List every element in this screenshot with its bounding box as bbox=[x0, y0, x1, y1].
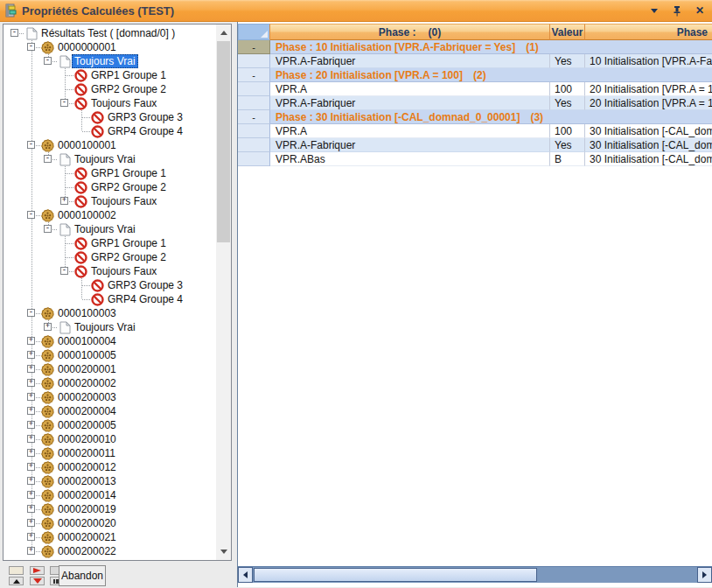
tree-item[interactable]: +0000200022 bbox=[7, 544, 216, 558]
expander-minus-icon[interactable]: - bbox=[44, 57, 52, 65]
tree-item[interactable]: -0000100002 bbox=[7, 208, 216, 222]
tree-item[interactable]: GRP2 Groupe 2 bbox=[7, 180, 216, 194]
tree-item[interactable]: GRP4 Groupe 4 bbox=[7, 292, 216, 306]
tree-item[interactable]: -0000000001 bbox=[7, 40, 216, 54]
tree-item[interactable]: -Résultats Test ( [domnad/0] ) bbox=[7, 26, 216, 40]
grid-data-row[interactable]: VPR.A-FabriquerYes30 Initialisation [-CA… bbox=[238, 138, 712, 152]
row-indicator-cell[interactable] bbox=[238, 152, 270, 166]
column-header-phase0[interactable]: Phase : (0) bbox=[270, 24, 550, 40]
expander-plus-icon[interactable]: + bbox=[27, 449, 35, 457]
expander-minus-icon[interactable]: - bbox=[27, 43, 35, 51]
row-indicator-cell[interactable] bbox=[238, 124, 270, 138]
tree-item[interactable]: GRP2 Groupe 2 bbox=[7, 82, 216, 96]
grid-data-row[interactable]: VPR.A10020 Initialisation [VPR.A = 100] bbox=[238, 82, 712, 96]
expander-plus-icon[interactable]: + bbox=[27, 337, 35, 345]
abandon-button[interactable]: Abandon bbox=[59, 565, 106, 586]
row-indicator-cell[interactable] bbox=[238, 138, 270, 152]
tree-item[interactable]: +0000200010 bbox=[7, 432, 216, 446]
tree-item[interactable]: +0000200019 bbox=[7, 502, 216, 516]
tree-item[interactable]: +0000200012 bbox=[7, 460, 216, 474]
tree-item[interactable]: +0000200004 bbox=[7, 404, 216, 418]
expander-minus-icon[interactable]: - bbox=[60, 99, 68, 107]
expander-plus-icon[interactable]: + bbox=[27, 519, 35, 527]
tree-item[interactable]: GRP1 Groupe 1 bbox=[7, 68, 216, 82]
expander-minus-icon[interactable]: - bbox=[27, 141, 35, 149]
row-indicator-cell[interactable] bbox=[238, 96, 270, 110]
expander-plus-icon[interactable]: + bbox=[44, 323, 52, 331]
grid-group-row[interactable]: -Phase : 20 Initialisation [VPR.A = 100]… bbox=[238, 68, 712, 82]
scrollbar-thumb[interactable] bbox=[217, 41, 230, 242]
expander-plus-icon[interactable]: + bbox=[27, 393, 35, 401]
tree-item[interactable]: -Toujours Vrai bbox=[7, 152, 216, 166]
beige-swatch-button[interactable] bbox=[9, 566, 24, 575]
expander-plus-icon[interactable]: + bbox=[27, 505, 35, 513]
tree-item[interactable]: +0000200021 bbox=[7, 530, 216, 544]
grid-horizontal-scrollbar[interactable] bbox=[238, 566, 712, 583]
expander-plus-icon[interactable]: + bbox=[27, 477, 35, 485]
tree-item[interactable]: +0000200002 bbox=[7, 376, 216, 390]
row-indicator-cell[interactable]: - bbox=[238, 68, 270, 82]
tree-item[interactable]: GRP1 Groupe 1 bbox=[7, 236, 216, 250]
tree-item[interactable]: GRP2 Groupe 2 bbox=[7, 250, 216, 264]
scroll-up-button[interactable] bbox=[216, 25, 231, 40]
tree-item[interactable]: -0000100003 bbox=[7, 306, 216, 320]
grid-group-row[interactable]: -Phase : 30 Initialisation [-CAL_domnad_… bbox=[238, 110, 712, 124]
up-button[interactable] bbox=[9, 577, 24, 585]
expander-plus-icon[interactable]: + bbox=[27, 379, 35, 387]
tree-item[interactable]: +0000100004 bbox=[7, 334, 216, 348]
column-header-valeur[interactable]: Valeur bbox=[550, 24, 585, 40]
tree-item[interactable]: +0000200003 bbox=[7, 390, 216, 404]
pin-button[interactable] bbox=[670, 4, 684, 18]
grid-group-row[interactable]: -Phase : 10 Initialisation [VPR.A-Fabriq… bbox=[238, 40, 712, 54]
expander-minus-icon[interactable]: - bbox=[60, 267, 68, 275]
expander-minus-icon[interactable]: - bbox=[27, 211, 35, 219]
expander-plus-icon[interactable]: + bbox=[27, 365, 35, 373]
tree-item[interactable]: -Toujours Vrai bbox=[7, 54, 216, 68]
expander-plus-icon[interactable]: + bbox=[27, 463, 35, 471]
expander-minus-icon[interactable]: - bbox=[44, 155, 52, 163]
grid-data-row[interactable]: VPR.A10030 Initialisation [-CAL_domnad bbox=[238, 124, 712, 138]
tree-item[interactable]: -Toujours Vrai bbox=[7, 222, 216, 236]
grid-data-row[interactable]: VPR.A-FabriquerYes10 Initialisation [VPR… bbox=[238, 54, 712, 68]
tree-item[interactable]: +0000200020 bbox=[7, 516, 216, 530]
grid-data-row[interactable]: VPR.ABasB30 Initialisation [-CAL_domnad bbox=[238, 152, 712, 166]
row-indicator-cell[interactable]: - bbox=[238, 110, 270, 124]
tree-item[interactable]: -Toujours Faux bbox=[7, 96, 216, 110]
tree-item[interactable]: GRP1 Groupe 1 bbox=[7, 166, 216, 180]
expander-plus-icon[interactable]: + bbox=[27, 435, 35, 443]
tree-item[interactable]: +0000200001 bbox=[7, 362, 216, 376]
expander-plus-icon[interactable]: + bbox=[60, 197, 68, 205]
down-button[interactable] bbox=[30, 577, 45, 585]
expander-plus-icon[interactable]: + bbox=[27, 421, 35, 429]
tree-item[interactable]: GRP4 Groupe 4 bbox=[7, 124, 216, 138]
tree-item[interactable]: +0000100005 bbox=[7, 348, 216, 362]
expander-minus-icon[interactable]: - bbox=[10, 29, 18, 37]
tree-item[interactable]: +0000200014 bbox=[7, 488, 216, 502]
expander-minus-icon[interactable]: - bbox=[27, 309, 35, 317]
flag-button[interactable] bbox=[30, 566, 45, 575]
tree-item[interactable]: GRP3 Groupe 3 bbox=[7, 278, 216, 292]
close-button[interactable]: ✕ bbox=[693, 4, 707, 18]
tree-item[interactable]: GRP3 Groupe 3 bbox=[7, 110, 216, 124]
scrollbar-thumb[interactable] bbox=[254, 568, 537, 582]
select-all-corner[interactable] bbox=[238, 24, 270, 40]
tree-item[interactable]: +0000200013 bbox=[7, 474, 216, 488]
grid-data-row[interactable]: VPR.A-FabriquerYes20 Initialisation [VPR… bbox=[238, 96, 712, 110]
tree-item[interactable]: -Toujours Faux bbox=[7, 264, 216, 278]
row-indicator-cell[interactable]: - bbox=[238, 40, 270, 54]
window-menu-button[interactable] bbox=[647, 4, 661, 18]
tree-item[interactable]: -0000100001 bbox=[7, 138, 216, 152]
expander-plus-icon[interactable]: + bbox=[27, 491, 35, 499]
expander-minus-icon[interactable]: - bbox=[44, 225, 52, 233]
scroll-left-button[interactable] bbox=[238, 567, 253, 583]
tree-item[interactable]: +0000200005 bbox=[7, 418, 216, 432]
tree-item[interactable]: +0000200011 bbox=[7, 446, 216, 460]
tree-item[interactable]: +Toujours Faux bbox=[7, 194, 216, 208]
expander-plus-icon[interactable]: + bbox=[27, 407, 35, 415]
column-header-phase[interactable]: Phase bbox=[585, 24, 712, 40]
expander-plus-icon[interactable]: + bbox=[27, 547, 35, 555]
tree-item[interactable]: +Toujours Vrai bbox=[7, 320, 216, 334]
expander-plus-icon[interactable]: + bbox=[27, 533, 35, 541]
row-indicator-cell[interactable] bbox=[238, 54, 270, 68]
row-indicator-cell[interactable] bbox=[238, 82, 270, 96]
